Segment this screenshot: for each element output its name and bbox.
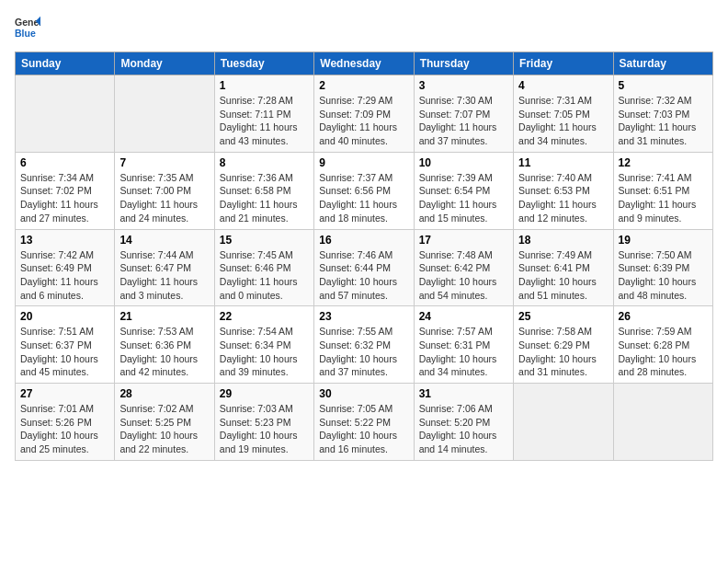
day-info: Sunrise: 7:55 AMSunset: 6:32 PMDaylight:… — [319, 325, 408, 379]
day-number: 31 — [419, 387, 508, 400]
page-header: General Blue — [15, 15, 713, 40]
calendar-cell: 12Sunrise: 7:41 AMSunset: 6:51 PMDayligh… — [613, 152, 712, 229]
svg-text:General: General — [15, 17, 40, 28]
day-number: 4 — [518, 79, 608, 92]
calendar-cell: 21Sunrise: 7:53 AMSunset: 6:36 PMDayligh… — [115, 306, 214, 384]
day-info: Sunrise: 7:03 AMSunset: 5:23 PMDaylight:… — [220, 402, 309, 456]
day-info: Sunrise: 7:36 AMSunset: 6:58 PMDaylight:… — [220, 171, 309, 225]
day-info: Sunrise: 7:35 AMSunset: 7:00 PMDaylight:… — [119, 171, 209, 225]
calendar-cell — [16, 75, 115, 153]
day-info: Sunrise: 7:34 AMSunset: 7:02 PMDaylight:… — [20, 171, 109, 225]
day-number: 12 — [619, 156, 708, 169]
day-info: Sunrise: 7:32 AMSunset: 7:03 PMDaylight:… — [619, 94, 708, 148]
calendar-cell: 17Sunrise: 7:48 AMSunset: 6:42 PMDayligh… — [414, 229, 513, 306]
calendar-cell: 11Sunrise: 7:40 AMSunset: 6:53 PMDayligh… — [514, 152, 613, 229]
calendar-week-2: 6Sunrise: 7:34 AMSunset: 7:02 PMDaylight… — [16, 152, 713, 229]
day-number: 25 — [518, 310, 608, 323]
calendar-cell: 7Sunrise: 7:35 AMSunset: 7:00 PMDaylight… — [115, 152, 214, 229]
day-number: 19 — [619, 234, 708, 247]
day-number: 22 — [220, 310, 309, 323]
weekday-header-wednesday: Wednesday — [314, 52, 414, 75]
day-number: 1 — [220, 79, 309, 92]
calendar-cell: 16Sunrise: 7:46 AMSunset: 6:44 PMDayligh… — [314, 229, 414, 306]
calendar-table: SundayMondayTuesdayWednesdayThursdayFrid… — [15, 52, 713, 461]
calendar-week-5: 27Sunrise: 7:01 AMSunset: 5:26 PMDayligh… — [16, 384, 713, 461]
day-number: 28 — [119, 387, 209, 400]
calendar-week-1: 1Sunrise: 7:28 AMSunset: 7:11 PMDaylight… — [16, 75, 713, 153]
calendar-cell — [613, 384, 712, 461]
day-number: 20 — [20, 310, 109, 323]
day-info: Sunrise: 7:54 AMSunset: 6:34 PMDaylight:… — [220, 325, 309, 379]
day-info: Sunrise: 7:57 AMSunset: 6:31 PMDaylight:… — [419, 325, 508, 379]
day-number: 21 — [119, 310, 209, 323]
calendar-cell: 28Sunrise: 7:02 AMSunset: 5:25 PMDayligh… — [115, 384, 214, 461]
calendar-cell: 3Sunrise: 7:30 AMSunset: 7:07 PMDaylight… — [414, 75, 513, 153]
day-info: Sunrise: 7:45 AMSunset: 6:46 PMDaylight:… — [220, 248, 309, 303]
calendar-cell — [514, 384, 613, 461]
day-info: Sunrise: 7:29 AMSunset: 7:09 PMDaylight:… — [319, 94, 408, 148]
day-info: Sunrise: 7:40 AMSunset: 6:53 PMDaylight:… — [518, 171, 608, 225]
calendar-cell: 5Sunrise: 7:32 AMSunset: 7:03 PMDaylight… — [613, 75, 712, 153]
day-number: 27 — [20, 387, 109, 400]
day-number: 18 — [518, 234, 608, 247]
day-info: Sunrise: 7:58 AMSunset: 6:29 PMDaylight:… — [518, 325, 608, 379]
calendar-cell: 15Sunrise: 7:45 AMSunset: 6:46 PMDayligh… — [214, 229, 313, 306]
day-info: Sunrise: 7:42 AMSunset: 6:49 PMDaylight:… — [20, 248, 109, 303]
day-number: 30 — [319, 387, 408, 400]
calendar-cell — [115, 75, 214, 153]
day-number: 10 — [419, 156, 508, 169]
calendar-cell: 31Sunrise: 7:06 AMSunset: 5:20 PMDayligh… — [414, 384, 513, 461]
weekday-header-row: SundayMondayTuesdayWednesdayThursdayFrid… — [16, 52, 713, 75]
weekday-header-tuesday: Tuesday — [214, 52, 313, 75]
day-number: 11 — [518, 156, 608, 169]
day-number: 13 — [20, 234, 109, 247]
calendar-cell: 9Sunrise: 7:37 AMSunset: 6:56 PMDaylight… — [314, 152, 414, 229]
logo: General Blue — [15, 15, 40, 40]
day-info: Sunrise: 7:37 AMSunset: 6:56 PMDaylight:… — [319, 171, 408, 225]
day-info: Sunrise: 7:31 AMSunset: 7:05 PMDaylight:… — [518, 94, 608, 148]
day-info: Sunrise: 7:50 AMSunset: 6:39 PMDaylight:… — [619, 248, 708, 303]
weekday-header-friday: Friday — [514, 52, 613, 75]
calendar-cell: 10Sunrise: 7:39 AMSunset: 6:54 PMDayligh… — [414, 152, 513, 229]
day-number: 17 — [419, 234, 508, 247]
day-number: 9 — [319, 156, 408, 169]
calendar-week-4: 20Sunrise: 7:51 AMSunset: 6:37 PMDayligh… — [16, 306, 713, 384]
weekday-header-thursday: Thursday — [414, 52, 513, 75]
day-number: 5 — [619, 79, 708, 92]
logo-icon: General Blue — [15, 15, 40, 40]
day-info: Sunrise: 7:02 AMSunset: 5:25 PMDaylight:… — [119, 402, 209, 456]
day-info: Sunrise: 7:01 AMSunset: 5:26 PMDaylight:… — [20, 402, 109, 456]
day-number: 15 — [220, 234, 309, 247]
day-number: 26 — [619, 310, 708, 323]
calendar-week-3: 13Sunrise: 7:42 AMSunset: 6:49 PMDayligh… — [16, 229, 713, 306]
day-number: 2 — [319, 79, 408, 92]
svg-text:Blue: Blue — [15, 28, 36, 39]
calendar-cell: 25Sunrise: 7:58 AMSunset: 6:29 PMDayligh… — [514, 306, 613, 384]
day-info: Sunrise: 7:48 AMSunset: 6:42 PMDaylight:… — [419, 248, 508, 303]
weekday-header-sunday: Sunday — [16, 52, 115, 75]
calendar-cell: 1Sunrise: 7:28 AMSunset: 7:11 PMDaylight… — [214, 75, 313, 153]
calendar-cell: 4Sunrise: 7:31 AMSunset: 7:05 PMDaylight… — [514, 75, 613, 153]
calendar-cell: 30Sunrise: 7:05 AMSunset: 5:22 PMDayligh… — [314, 384, 414, 461]
day-number: 16 — [319, 234, 408, 247]
calendar-cell: 23Sunrise: 7:55 AMSunset: 6:32 PMDayligh… — [314, 306, 414, 384]
calendar-cell: 24Sunrise: 7:57 AMSunset: 6:31 PMDayligh… — [414, 306, 513, 384]
day-number: 24 — [419, 310, 508, 323]
day-info: Sunrise: 7:05 AMSunset: 5:22 PMDaylight:… — [319, 402, 408, 456]
day-info: Sunrise: 7:30 AMSunset: 7:07 PMDaylight:… — [419, 94, 508, 148]
calendar-cell: 13Sunrise: 7:42 AMSunset: 6:49 PMDayligh… — [16, 229, 115, 306]
day-info: Sunrise: 7:06 AMSunset: 5:20 PMDaylight:… — [419, 402, 508, 456]
day-number: 6 — [20, 156, 109, 169]
day-number: 3 — [419, 79, 508, 92]
day-info: Sunrise: 7:49 AMSunset: 6:41 PMDaylight:… — [518, 248, 608, 303]
day-number: 7 — [119, 156, 209, 169]
day-info: Sunrise: 7:41 AMSunset: 6:51 PMDaylight:… — [619, 171, 708, 225]
day-info: Sunrise: 7:39 AMSunset: 6:54 PMDaylight:… — [419, 171, 508, 225]
day-info: Sunrise: 7:44 AMSunset: 6:47 PMDaylight:… — [119, 248, 209, 303]
calendar-cell: 14Sunrise: 7:44 AMSunset: 6:47 PMDayligh… — [115, 229, 214, 306]
day-number: 23 — [319, 310, 408, 323]
calendar-cell: 8Sunrise: 7:36 AMSunset: 6:58 PMDaylight… — [214, 152, 313, 229]
calendar-cell: 22Sunrise: 7:54 AMSunset: 6:34 PMDayligh… — [214, 306, 313, 384]
weekday-header-saturday: Saturday — [613, 52, 712, 75]
calendar-cell: 26Sunrise: 7:59 AMSunset: 6:28 PMDayligh… — [613, 306, 712, 384]
